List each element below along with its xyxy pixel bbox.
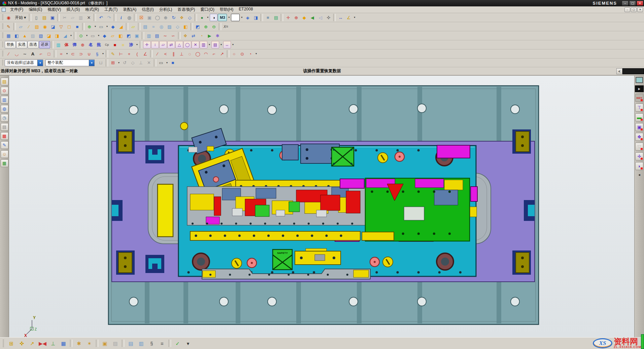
gallery-tab[interactable]: ▦	[1, 159, 8, 167]
palette-expand-button[interactable]: ►	[635, 85, 644, 92]
separator[interactable]	[13, 23, 16, 30]
locating-block[interactable]	[295, 248, 341, 265]
plane-constructor-button[interactable]: ◁	[316, 14, 324, 21]
join-curve-button[interactable]: ⊂	[69, 50, 77, 57]
extract-body-button[interactable]: ▤	[153, 32, 161, 39]
delete-face-button[interactable]: ◩	[125, 32, 133, 39]
separator[interactable]	[54, 50, 56, 57]
clamp-block[interactable]	[512, 129, 531, 154]
thicken-button[interactable]: ▧	[37, 32, 45, 39]
wave-pmi-button[interactable]: ▥	[137, 339, 146, 348]
graphics-window[interactable]: SAFETY Y X Z ▤⊙▥◍◷▤▩✎☺▦ ► KEY	[0, 76, 644, 337]
roles-tab[interactable]: ☺	[1, 150, 8, 158]
trim-body-button[interactable]: ◩	[194, 23, 202, 30]
separator[interactable]	[106, 50, 108, 57]
shell-button[interactable]: ◻	[65, 23, 73, 30]
dropdown-arrow-icon[interactable]: ▾	[353, 14, 356, 21]
dropdown-arrow-icon[interactable]: ▾	[135, 41, 139, 48]
playback-button[interactable]: ▶	[206, 32, 213, 39]
angle-line-button[interactable]: <	[162, 50, 169, 57]
separator[interactable]	[178, 32, 180, 39]
vertical-scrollbar-thumb[interactable]	[641, 334, 644, 349]
center-locate-button[interactable]: ⊕	[79, 41, 87, 48]
separator[interactable]	[261, 14, 263, 21]
menu-information[interactable]: 信息(I)	[139, 6, 156, 13]
separator[interactable]	[70, 340, 72, 347]
ruled-button[interactable]: ▨	[166, 23, 173, 30]
move-component-button[interactable]: ↗	[28, 339, 37, 348]
arc-center-button[interactable]: ◔	[246, 50, 254, 57]
zoom-in-out-button[interactable]: ⊕	[162, 14, 169, 21]
line-button[interactable]: ∕	[5, 50, 12, 57]
project-curve-button[interactable]: ⊃	[77, 50, 85, 57]
separator[interactable]	[134, 14, 136, 21]
menu-et2008[interactable]: ET2008	[236, 6, 256, 13]
separator[interactable]	[29, 14, 31, 21]
prompt-scrollbar-track[interactable]	[622, 68, 644, 74]
fit-view-button[interactable]: ☒	[137, 14, 145, 21]
batch-tool-button[interactable]: 批	[95, 41, 103, 48]
subtract-boolean-button[interactable]: ⊖	[210, 23, 218, 30]
find-button[interactable]: ◎	[125, 14, 133, 21]
direction-arrow-button[interactable]: ↗	[218, 50, 226, 57]
punch-part-button[interactable]: ▽	[635, 143, 643, 151]
fitting-part-button[interactable]: ✛	[635, 152, 643, 160]
paste-button[interactable]: ▥	[77, 14, 84, 21]
clamp-block[interactable]	[116, 129, 135, 154]
cam-part-button[interactable]: ❖	[635, 133, 643, 141]
palette-collapse-button[interactable]: ◄	[638, 173, 641, 177]
solid-translucency-button[interactable]: 实透	[16, 41, 27, 48]
translucent-solid-button[interactable]: ■	[119, 41, 127, 48]
separator[interactable]	[126, 23, 128, 30]
intersect-curve-button[interactable]: ∪	[85, 50, 93, 57]
layer-settings-button[interactable]: ≡	[264, 14, 272, 21]
patch-button[interactable]: ◧	[182, 23, 190, 30]
separator[interactable]	[96, 340, 98, 347]
menu-analysis[interactable]: 分析(L)	[157, 6, 175, 13]
resize-blend-button[interactable]: ▣	[133, 32, 141, 39]
separator[interactable]	[150, 50, 152, 57]
plane-feature-button[interactable]: ▭	[97, 23, 105, 30]
system-scenes-tab[interactable]: ▤	[1, 123, 8, 131]
sequence-button[interactable]: ✱	[74, 339, 83, 348]
new-file-button[interactable]: ▯	[32, 14, 40, 21]
dashed-circle-button[interactable]: ◌	[186, 50, 194, 57]
color-palette-tab[interactable]: ▩	[1, 132, 8, 140]
block-part-button[interactable]: ▣	[635, 123, 643, 131]
selection-filter-combo[interactable]: 没有选择过滤器 ▾	[5, 60, 43, 66]
copy-button[interactable]: ▱	[69, 14, 76, 21]
circle-button[interactable]: ○	[230, 50, 238, 57]
start-button[interactable]: 开始 ▾	[13, 14, 28, 21]
shaded-select-button[interactable]: ■	[169, 59, 177, 67]
interference-button[interactable]: 涉	[127, 41, 135, 48]
menu-file[interactable]: 文件(F)	[7, 6, 26, 13]
wave-move-button[interactable]: ✛	[143, 41, 151, 48]
wcs-dynamics-button[interactable]: ✛	[284, 14, 292, 21]
wave-list-button[interactable]: ▤	[211, 41, 219, 48]
background-swatch-button[interactable]	[231, 14, 240, 21]
ellipse-button[interactable]: ◯	[194, 50, 202, 57]
unite-boolean-button[interactable]: ⊕	[202, 23, 210, 30]
separator[interactable]	[227, 50, 229, 57]
menu-edit[interactable]: 编辑(E)	[26, 6, 45, 13]
wave-link-button[interactable]: ▤	[126, 339, 135, 348]
vector-constructor-button[interactable]: ◀	[308, 14, 316, 21]
wcs-orient-button[interactable]: ⊕	[292, 14, 300, 21]
measure-distance-button[interactable]: ↔	[337, 14, 344, 21]
wave-sync-button[interactable]: ⇄	[167, 41, 175, 48]
prompt-scroll-left-button[interactable]: <	[616, 68, 622, 74]
wave-geometry-linker-button[interactable]: ▥	[145, 32, 153, 39]
separator[interactable]	[57, 14, 60, 21]
snap-point-button[interactable]: ⊞	[109, 59, 117, 67]
menu-format[interactable]: 格式(R)	[82, 6, 102, 13]
red-solid-button[interactable]: ■	[111, 41, 119, 48]
dropdown-arrow-icon[interactable]: ▾	[117, 59, 121, 67]
explode-button[interactable]: ✶	[85, 339, 94, 348]
stripper-rail-bottom[interactable]	[190, 231, 394, 240]
dropdown-arrow-icon[interactable]: ▾	[206, 14, 209, 21]
pilot-pin[interactable]	[180, 122, 188, 130]
spring-tool-button[interactable]: 弹	[71, 41, 78, 48]
orient-csys-button[interactable]: ◆	[300, 14, 308, 21]
die-insert-band[interactable]	[187, 187, 367, 225]
special-tool-button[interactable]: ✱	[214, 32, 222, 39]
